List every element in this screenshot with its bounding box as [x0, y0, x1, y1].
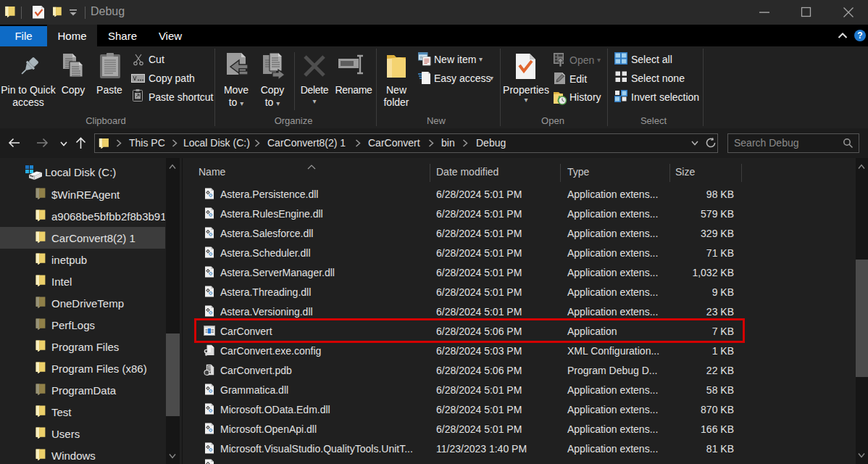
- svg-text:?: ?: [857, 30, 862, 41]
